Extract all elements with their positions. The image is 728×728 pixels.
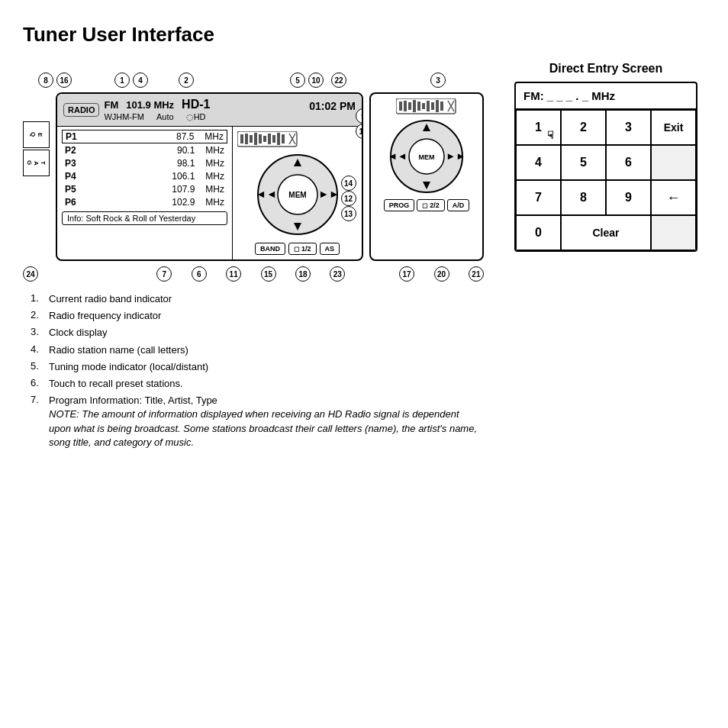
callout-12: 12 <box>341 191 356 206</box>
preset-row-3[interactable]: P3 98.1 MHz <box>62 157 227 169</box>
key-9[interactable]: 9 <box>606 180 651 215</box>
nav-wheel[interactable]: MEM |◄◄ ►►| <box>256 153 340 237</box>
direct-entry-panel: Direct Entry Screen FM: _ _ _ . _ MHz 1 … <box>507 62 705 252</box>
key-8[interactable]: 8 <box>561 180 606 215</box>
callout-1: 1 <box>114 72 130 88</box>
list-item-4: Radio station name (call letters) <box>49 343 484 357</box>
list-item-1: Current radio band indicator <box>49 292 484 306</box>
svg-rect-23 <box>408 102 411 110</box>
entry-display: FM: _ _ _ . _ MHz <box>516 83 696 110</box>
hd-channel: HD-1 <box>182 98 210 111</box>
callout-22: 22 <box>331 72 346 88</box>
description-list: 1.Current radio band indicator 2.Radio f… <box>23 292 484 449</box>
callout-14: 14 <box>341 176 356 191</box>
display-header: RADIO FM 101.9 MHz HD-1 WJHM-FM Auto ◌HD <box>57 94 362 127</box>
list-item-6: Touch to recall preset stations. <box>49 377 484 391</box>
info-bar: Info: Soft Rock & Roll of Yesterday <box>62 211 227 225</box>
page2-button[interactable]: ▢ 2/2 <box>417 199 445 211</box>
callout-23: 23 <box>330 266 345 282</box>
svg-rect-28 <box>431 102 434 110</box>
preset-row-4[interactable]: P4 106.1 MHz <box>62 170 227 182</box>
svg-rect-8 <box>272 135 275 143</box>
key-clear[interactable]: Clear <box>561 215 651 250</box>
key-6[interactable]: 6 <box>606 145 651 180</box>
key-0[interactable]: 0 <box>516 215 561 250</box>
callout-10: 10 <box>308 72 324 88</box>
svg-rect-10 <box>282 134 285 143</box>
secondary-bottom-buttons: PROG ▢ 2/2 A/D <box>384 199 470 211</box>
frequency-display: 101.9 MHz <box>126 99 174 111</box>
band-button[interactable]: BAND <box>255 243 285 255</box>
callout-3: 3 <box>430 72 446 88</box>
tag-label: TAG <box>23 150 50 176</box>
callout-21: 21 <box>469 266 484 282</box>
callout-8: 8 <box>38 72 53 88</box>
clock-display: 01:02 PM <box>309 100 356 112</box>
svg-rect-1 <box>240 134 243 143</box>
bottom-buttons: BAND ▢ 1/2 AS <box>255 243 340 255</box>
prog-button[interactable]: PROG <box>384 199 415 211</box>
list-item-5: Tuning mode indicator (local/distant) <box>49 360 484 374</box>
ad-button[interactable]: A/D <box>447 199 470 211</box>
svg-rect-24 <box>413 100 416 112</box>
svg-text:MEM: MEM <box>419 153 435 161</box>
hd-label: ◌HD <box>186 112 206 122</box>
key-backspace[interactable]: ← <box>651 180 696 215</box>
svg-text:|◄◄: |◄◄ <box>256 188 277 200</box>
key-1[interactable]: 1 ☟ <box>516 110 561 145</box>
speaker-viz <box>237 131 298 148</box>
secondary-speaker-viz <box>396 98 457 115</box>
preset-list: P1 87.5 MHz P2 90.1 MHz P3 9 <box>57 127 232 259</box>
page-button[interactable]: ▢ 1/2 <box>288 243 317 255</box>
band-indicator: FM <box>104 99 118 111</box>
callout-4: 4 <box>133 72 148 88</box>
radio-badge: RADIO <box>63 103 99 117</box>
as-button[interactable]: AS <box>320 243 340 255</box>
preset-row-6[interactable]: P6 102.9 MHz <box>62 196 227 208</box>
svg-rect-21 <box>399 101 402 111</box>
key-5[interactable]: 5 <box>561 145 606 180</box>
svg-rect-26 <box>422 103 425 109</box>
list-item-2: Radio frequency indicator <box>49 309 484 323</box>
secondary-unit: MEM |◄◄ ►►| PROG ▢ 2/2 <box>369 92 484 261</box>
callout-15: 15 <box>261 266 276 282</box>
entry-screen: FM: _ _ _ . _ MHz 1 ☟ 2 3 Exit 4 5 6 7 8… <box>514 82 697 252</box>
svg-text:|◄◄: |◄◄ <box>388 150 407 162</box>
callout-16: 16 <box>56 72 72 88</box>
svg-text:MEM: MEM <box>288 191 306 199</box>
svg-rect-25 <box>417 101 420 111</box>
callout-2: 2 <box>179 72 194 88</box>
svg-text:►►|: ►►| <box>318 188 340 200</box>
callout-17: 17 <box>399 266 414 282</box>
preset-row-5[interactable]: P5 107.9 MHz <box>62 183 227 195</box>
key-exit[interactable]: Exit <box>651 110 696 145</box>
key-2[interactable]: 2 <box>561 110 606 145</box>
callout-11: 11 <box>226 266 241 282</box>
svg-rect-4 <box>254 133 257 145</box>
svg-rect-22 <box>404 101 407 111</box>
key-4[interactable]: 4 <box>516 145 561 180</box>
callout-13: 13 <box>341 206 356 221</box>
svg-rect-30 <box>440 101 443 111</box>
preset-row-1[interactable]: P1 87.5 MHz <box>62 130 227 143</box>
key-7[interactable]: 7 <box>516 180 561 215</box>
callout-7: 7 <box>156 266 172 282</box>
svg-rect-9 <box>277 133 280 145</box>
preset-row-2[interactable]: P2 90.1 MHz <box>62 144 227 156</box>
svg-rect-29 <box>436 100 439 112</box>
list-item-7: Program Information: Title, Artist, Type… <box>49 394 484 449</box>
svg-rect-3 <box>250 135 253 143</box>
key-empty-1 <box>651 145 696 180</box>
callout-19: 19 <box>356 124 363 139</box>
key-3[interactable]: 3 <box>606 110 651 145</box>
callout-18: 18 <box>295 266 311 282</box>
key-empty-2 <box>651 215 696 250</box>
svg-rect-27 <box>427 101 430 111</box>
tuner-diagram: EQ TAG RADIO FM 101.9 MHz HD-1 <box>23 92 484 261</box>
callout-20: 20 <box>434 266 449 282</box>
list-item-3: Clock display <box>49 326 484 340</box>
secondary-nav-wheel[interactable]: MEM |◄◄ ►►| <box>388 118 465 195</box>
svg-rect-6 <box>263 136 266 142</box>
direct-entry-title: Direct Entry Screen <box>507 62 705 76</box>
svg-rect-7 <box>268 134 271 144</box>
